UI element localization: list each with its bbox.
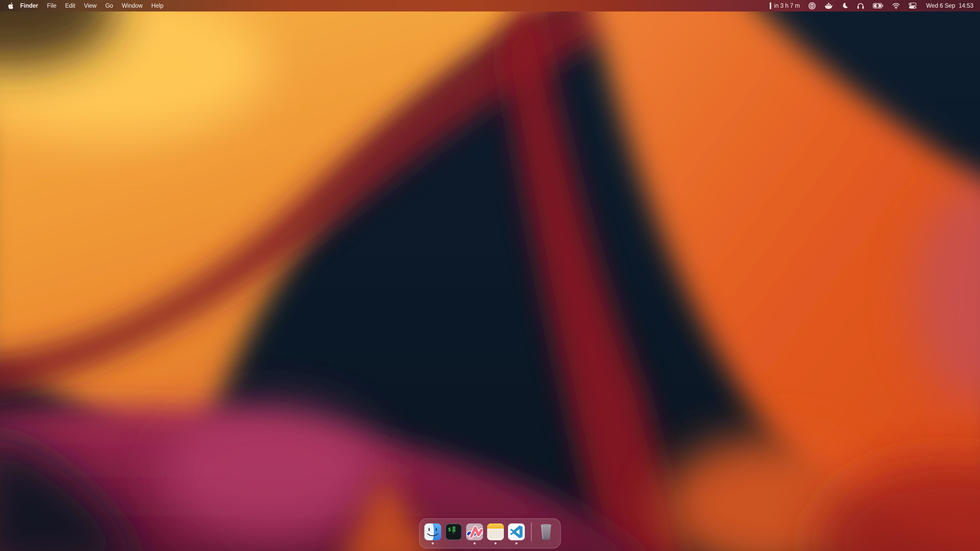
- menu-bar: Finder File Edit View Go Window Help in …: [0, 0, 980, 11]
- desktop: Finder File Edit View Go Window Help in …: [0, 0, 980, 551]
- menu-bar-clock[interactable]: Wed 6 Sep 14:53: [926, 2, 974, 9]
- active-app-name[interactable]: Finder: [16, 2, 43, 9]
- menu-window[interactable]: Window: [118, 2, 147, 9]
- focus-timer-icon[interactable]: [808, 2, 816, 10]
- menu-file[interactable]: File: [43, 2, 61, 9]
- dock-terminal[interactable]: $: [445, 524, 462, 540]
- vscode-icon: [508, 524, 525, 540]
- apple-menu-icon[interactable]: [6, 2, 14, 10]
- headphones-icon[interactable]: [857, 2, 864, 10]
- menu-help[interactable]: Help: [147, 2, 168, 9]
- date-label: Wed 6 Sep: [926, 2, 955, 9]
- notes-icon: [487, 524, 504, 540]
- docker-whale-icon[interactable]: [824, 2, 833, 10]
- letter-a-app-icon: [466, 524, 483, 540]
- finder-icon: [425, 524, 441, 540]
- dock-trash[interactable]: [538, 523, 556, 541]
- wifi-icon[interactable]: [892, 2, 900, 9]
- dock-vscode[interactable]: [508, 524, 525, 540]
- dock-separator: [531, 522, 532, 541]
- meeting-countdown-label: in 3 h 7 m: [774, 2, 800, 9]
- meeting-countdown-bar-icon: [770, 2, 771, 9]
- menu-edit[interactable]: Edit: [61, 2, 80, 9]
- do-not-disturb-moon-icon[interactable]: [842, 2, 848, 9]
- dock-letter-a-app[interactable]: [466, 524, 483, 540]
- dock: $: [419, 518, 561, 548]
- running-indicator: [515, 542, 517, 545]
- dock-finder[interactable]: [425, 524, 441, 540]
- time-label: 14:53: [959, 2, 974, 9]
- menu-go[interactable]: Go: [101, 2, 118, 9]
- wallpaper-ventura: [0, 0, 980, 551]
- terminal-icon: $: [445, 524, 462, 540]
- dock-notes[interactable]: [487, 524, 504, 540]
- menu-view[interactable]: View: [80, 2, 101, 9]
- trash-icon: [538, 523, 554, 541]
- svg-text:$: $: [448, 526, 451, 532]
- running-indicator: [474, 542, 476, 545]
- control-center-icon[interactable]: [908, 3, 917, 9]
- menu-bar-status-area: in 3 h 7 m: [770, 2, 974, 10]
- meeting-countdown[interactable]: in 3 h 7 m: [770, 2, 800, 9]
- battery-charging-icon[interactable]: [873, 3, 883, 8]
- running-indicator: [432, 542, 434, 545]
- running-indicator: [495, 542, 496, 545]
